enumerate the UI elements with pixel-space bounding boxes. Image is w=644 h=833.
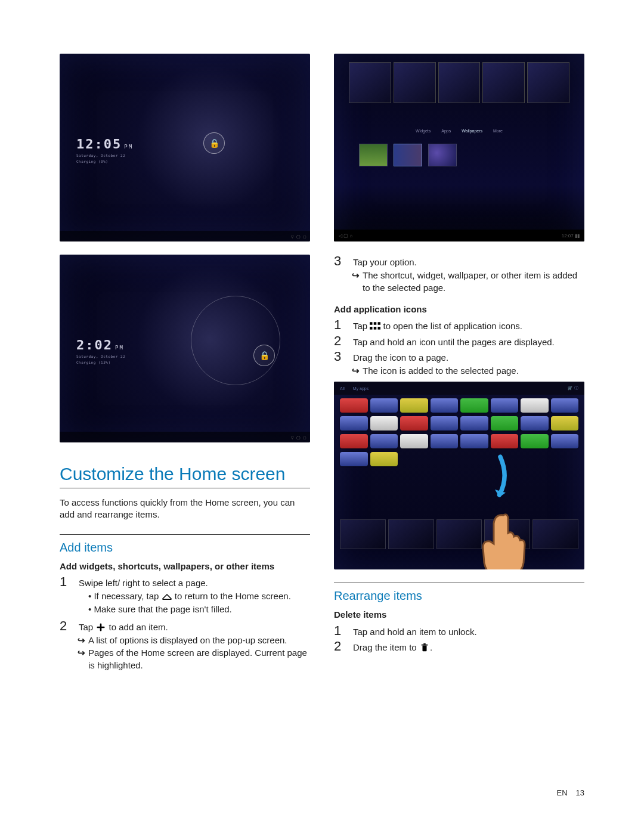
svg-rect-1	[370, 323, 373, 326]
subheading-add-items: Add items	[60, 534, 310, 555]
delete-step-1: 1 Tap and hold an item to unlock.	[334, 624, 584, 638]
svg-rect-2	[374, 323, 377, 326]
svg-rect-6	[378, 327, 381, 330]
step-1: 1 Swipe left/ right to select a page. If…	[60, 575, 310, 618]
svg-rect-9	[423, 643, 426, 645]
svg-rect-8	[422, 645, 428, 646]
hand-pointer-icon	[473, 509, 539, 569]
home-icon	[162, 592, 172, 600]
screenshot-lockscreen-1: 12:05PM Saturday, October 22 Charging (0…	[60, 54, 310, 241]
screenshot-wallpaper-chooser: Widgets Apps Wallpapers More ◁ ▢ ⌂12:07 …	[334, 54, 584, 241]
drag-arrow-icon	[491, 453, 509, 501]
subheading-rearrange: Rearrange items	[334, 583, 584, 603]
plus-icon	[95, 623, 106, 631]
bold-heading-delete: Delete items	[334, 609, 584, 621]
app-step-1: 1 Tap to open the list of application ic…	[334, 318, 584, 332]
app-step-3: 3 Drag the icon to a page. The icon is a…	[334, 350, 584, 381]
screenshot-lockscreen-2: 2:02PM Saturday, October 22 Charging (13…	[60, 255, 310, 442]
apps-grid-icon	[370, 322, 380, 330]
delete-step-2: 2 Drag the item to .	[334, 640, 584, 654]
screenshot-app-drawer: All My apps 🛒 ⓘ	[334, 382, 584, 569]
step-2: 2 Tap to add an item. A list of options …	[60, 620, 310, 675]
bold-heading-add-widgets: Add widgets, shortcuts, wallpapers, or o…	[60, 561, 310, 572]
clock-time: 12:05	[76, 137, 122, 151]
svg-rect-4	[370, 327, 373, 330]
svg-rect-3	[378, 323, 381, 326]
trash-icon	[419, 643, 430, 652]
lock-icon: 🔒	[203, 132, 225, 154]
intro-text: To access functions quickly from the Hom…	[60, 497, 310, 521]
svg-rect-5	[374, 327, 377, 330]
step-3: 3 Tap your option. The shortcut, widget,…	[334, 255, 584, 298]
section-heading-customize: Customize the Home screen	[60, 464, 310, 488]
bold-heading-add-app-icons: Add application icons	[334, 304, 584, 315]
page-footer: EN13	[556, 788, 584, 797]
app-step-2: 2 Tap and hold an icon until the pages a…	[334, 335, 584, 348]
svg-rect-7	[422, 646, 426, 652]
